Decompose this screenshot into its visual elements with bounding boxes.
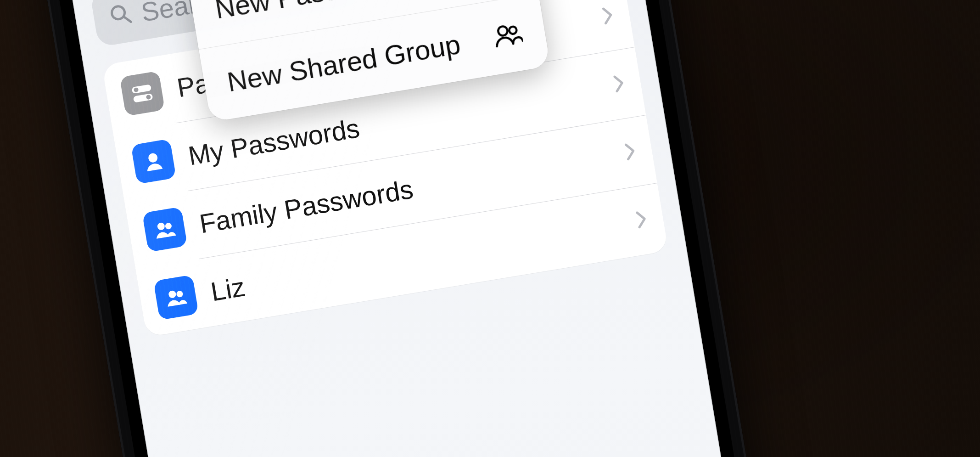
toggles-icon	[120, 71, 165, 116]
svg-point-17	[165, 222, 172, 230]
svg-point-23	[509, 26, 517, 34]
search-icon	[107, 0, 134, 33]
person-icon	[131, 139, 176, 184]
svg-point-7	[111, 5, 125, 20]
wooden-desk-background: 09:41	[0, 0, 980, 457]
chevron-right-icon	[612, 73, 627, 95]
people-icon	[142, 207, 188, 252]
phone-case: 09:41	[23, 0, 831, 457]
chevron-right-icon	[601, 6, 616, 27]
svg-point-22	[498, 26, 508, 36]
chevron-right-icon	[624, 141, 638, 163]
phone-bezel: 09:41	[37, 0, 817, 457]
svg-point-16	[157, 222, 165, 231]
svg-point-19	[176, 290, 183, 298]
chevron-right-icon	[635, 209, 649, 231]
svg-point-15	[148, 152, 158, 163]
svg-line-8	[124, 16, 131, 23]
svg-point-18	[168, 290, 176, 299]
people-icon	[492, 21, 524, 50]
phone-screen: 09:41	[51, 0, 802, 457]
people-icon	[153, 275, 199, 320]
phone: 09:41	[23, 0, 831, 457]
